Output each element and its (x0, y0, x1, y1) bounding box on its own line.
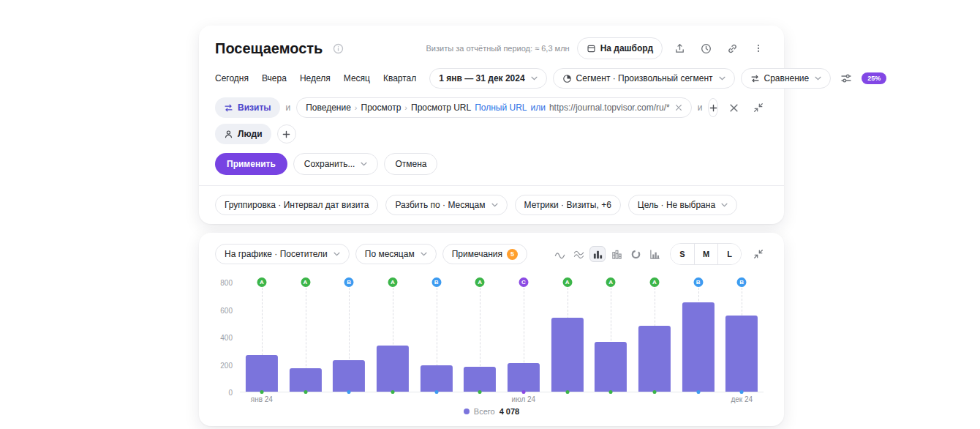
chart-column[interactable]: B (415, 283, 459, 392)
bar[interactable] (595, 342, 627, 392)
tab-week[interactable]: Неделя (300, 73, 331, 83)
chart-y-axis: 0200400600800 (215, 283, 240, 392)
url-value[interactable]: https://journal.topvisor.com/ru/* (549, 102, 670, 113)
collapse-builder-button[interactable] (749, 98, 768, 117)
info-icon[interactable] (328, 39, 347, 58)
annotation-dot (565, 390, 569, 394)
notes-toggle[interactable]: Примечания 5 (442, 244, 527, 264)
metrics-pill[interactable]: Метрики · Визиты, +6 (515, 195, 621, 215)
chart-column[interactable]: A (546, 283, 589, 392)
grouping-pill[interactable]: Группировка · Интервал дат визита (215, 195, 378, 215)
apply-button[interactable]: Применить (215, 153, 287, 175)
notes-count-badge: 5 (507, 249, 518, 260)
annotation-marker[interactable]: A (475, 277, 485, 287)
bar[interactable] (246, 355, 278, 392)
chart-column[interactable]: Cиюл 24 (502, 283, 546, 392)
chart-column[interactable]: A (284, 283, 328, 392)
annotation-marker[interactable]: A (257, 277, 266, 287)
condition-path-view[interactable]: Просмотр (361, 102, 402, 113)
bar[interactable] (508, 363, 540, 392)
chart-size-m[interactable]: M (694, 244, 717, 264)
annotation-marker[interactable]: A (649, 277, 659, 287)
goal-label: Цель · Не выбрана (638, 200, 715, 210)
close-icon (729, 103, 739, 113)
history-button[interactable] (696, 39, 715, 58)
annotation-marker[interactable]: A (301, 277, 310, 287)
chart-size-l[interactable]: L (717, 244, 741, 264)
sliders-icon[interactable] (837, 69, 856, 88)
annotation-marker[interactable]: C (519, 277, 528, 287)
remove-condition-icon[interactable] (675, 104, 682, 111)
clear-builder-button[interactable] (724, 98, 743, 117)
annotation-marker[interactable]: A (562, 277, 572, 287)
url-condition-pill[interactable]: Поведение › Просмотр › Просмотр URL Полн… (296, 97, 691, 118)
cancel-button[interactable]: Отмена (384, 153, 437, 175)
segment-picker[interactable]: Сегмент · Произвольный сегмент (553, 68, 735, 89)
bar[interactable] (377, 346, 409, 392)
more-menu-button[interactable] (749, 39, 768, 58)
annotation-dot (260, 390, 263, 394)
chart-type-bars-icon[interactable] (589, 246, 606, 262)
add-people-condition-button[interactable] (277, 124, 296, 143)
tab-month[interactable]: Месяц (344, 73, 370, 83)
chart-type-histogram-icon[interactable] (647, 246, 663, 262)
chart-column[interactable]: B (676, 283, 720, 392)
chart-legend[interactable]: Всего 4 078 (215, 407, 768, 416)
tab-quarter[interactable]: Квартал (383, 73, 416, 83)
bar[interactable] (333, 360, 365, 392)
collapse-chart-button[interactable] (749, 245, 768, 264)
annotation-marker[interactable]: A (606, 277, 616, 287)
add-condition-button[interactable] (708, 98, 718, 117)
export-button[interactable] (670, 39, 689, 58)
bar[interactable] (420, 365, 452, 392)
bar[interactable] (464, 367, 496, 392)
chart-column[interactable]: A (633, 283, 676, 392)
granularity-picker[interactable]: По месяцам (355, 244, 437, 264)
goal-pill[interactable]: Цель · Не выбрана (628, 195, 737, 215)
chart-type-stacked-bars-icon[interactable] (608, 246, 625, 262)
tab-today[interactable]: Сегодня (215, 73, 249, 83)
annotation-dot (304, 390, 307, 394)
annotation-dot (391, 390, 394, 394)
bar[interactable] (725, 316, 758, 392)
annotation-marker[interactable]: A (388, 277, 397, 287)
annotation-marker[interactable]: B (737, 277, 747, 287)
chart-column[interactable]: A (458, 283, 502, 392)
chart-type-donut-icon[interactable] (627, 246, 644, 262)
dashboard-button[interactable]: На дашборд (577, 37, 663, 59)
compare-picker[interactable]: Сравнение (741, 68, 832, 89)
x-tick-label: дек 24 (731, 395, 753, 403)
bar[interactable] (638, 326, 671, 392)
condition-path-behavior[interactable]: Поведение (306, 102, 351, 113)
chart-column[interactable]: B (327, 283, 371, 392)
chart-size-s[interactable]: S (671, 244, 694, 264)
date-range-label: 1 янв — 31 дек 2024 (439, 73, 524, 83)
operator-selector[interactable]: или (531, 102, 546, 113)
chart-column[interactable]: A (589, 283, 633, 392)
visits-metric-pill[interactable]: Визиты (215, 97, 280, 118)
sampling-badge[interactable]: 25% (862, 72, 886, 84)
chart-column[interactable]: A (371, 283, 415, 392)
annotation-marker[interactable]: B (344, 277, 354, 287)
date-range-picker[interactable]: 1 янв — 31 дек 2024 (429, 68, 546, 89)
condition-path-view-url[interactable]: Просмотр URL (411, 102, 471, 113)
swap-arrows-icon (224, 103, 233, 113)
page-title: Посещаемость (215, 40, 323, 57)
save-button[interactable]: Сохранить... (293, 153, 379, 175)
tab-yesterday[interactable]: Вчера (262, 73, 287, 83)
annotation-marker[interactable]: B (693, 277, 703, 287)
annotation-marker[interactable]: B (431, 277, 441, 287)
chevron-down-icon (491, 203, 498, 207)
bar[interactable] (289, 368, 321, 392)
match-type-selector[interactable]: Полный URL (475, 102, 527, 113)
people-pill[interactable]: Люди (215, 124, 271, 144)
bar[interactable] (551, 318, 583, 392)
bar[interactable] (682, 302, 714, 392)
split-by-pill[interactable]: Разбить по · Месяцам (385, 195, 507, 215)
share-link-button[interactable] (723, 39, 742, 58)
chart-type-line-icon[interactable] (551, 246, 568, 262)
chart-column[interactable]: Bдек 24 (720, 283, 764, 392)
chart-type-area-icon[interactable] (570, 246, 587, 262)
chart-column[interactable]: Aянв 24 (240, 283, 284, 392)
chart-metric-picker[interactable]: На графике · Посетители (215, 244, 350, 264)
